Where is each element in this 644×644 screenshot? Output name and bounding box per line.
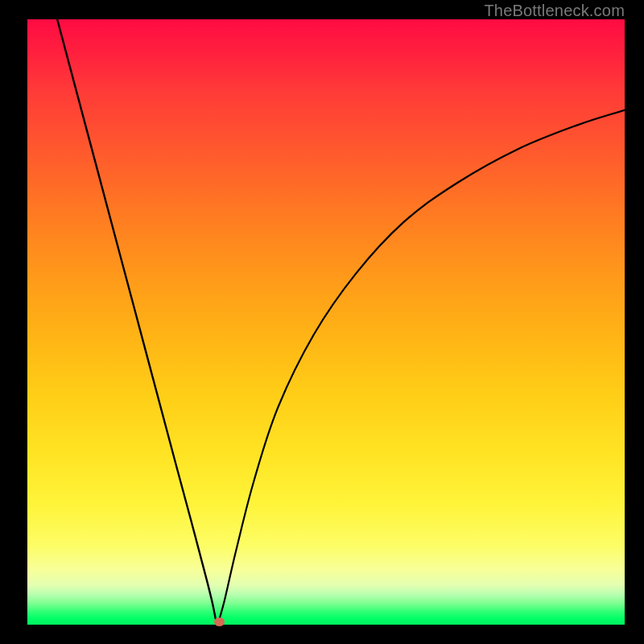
- plot-area: [27, 19, 625, 625]
- curve-right-branch: [218, 110, 625, 621]
- bottleneck-curve: [27, 19, 625, 625]
- optimal-point-marker: [214, 617, 225, 626]
- curve-left-branch: [57, 19, 216, 618]
- chart-frame: TheBottleneck.com: [0, 0, 644, 644]
- watermark-text: TheBottleneck.com: [484, 2, 625, 20]
